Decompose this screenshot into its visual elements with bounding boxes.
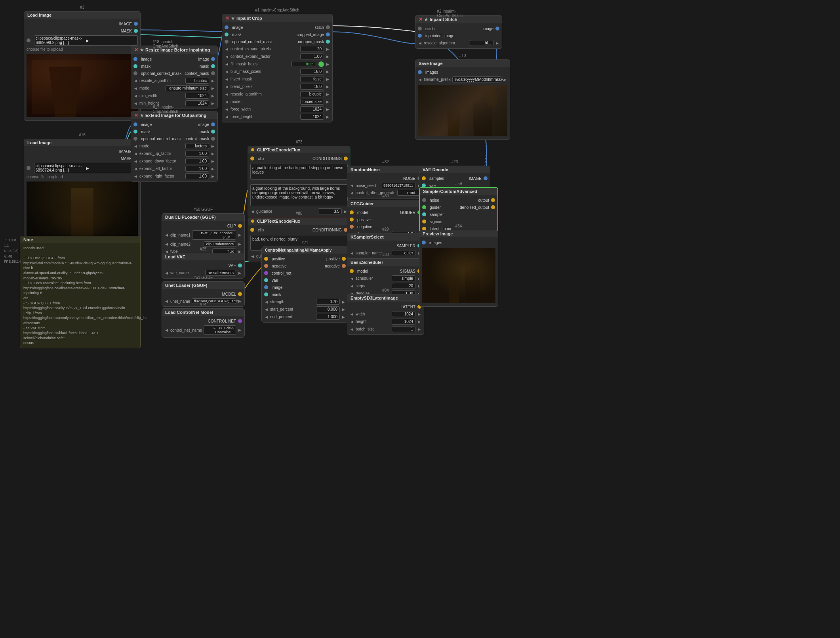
port-ctx-in[interactable]: [225, 40, 229, 44]
port-controlnet-out[interactable]: [238, 319, 242, 323]
port-cropped-img-out[interactable]: [326, 32, 330, 36]
note-node: Note Models used: - Flux Dev Q5 GGUF fro…: [20, 236, 141, 348]
x-icon: ✕: [134, 47, 138, 53]
port-image-out[interactable]: [134, 22, 138, 26]
port-mask-in[interactable]: [225, 32, 229, 36]
image-input[interactable]: clipspace/clipspace-mask-6898724.4.png […: [34, 163, 138, 173]
port-positive-in[interactable]: [264, 257, 268, 261]
port-mask-in[interactable]: [264, 292, 268, 296]
port-image-in[interactable]: [133, 122, 137, 126]
port-model-in[interactable]: [350, 269, 354, 273]
port-mask-out[interactable]: [211, 64, 215, 68]
port-negative-out[interactable]: [342, 264, 346, 268]
arr-l[interactable]: ◀: [133, 167, 138, 171]
port-model-in[interactable]: [350, 210, 354, 214]
arr-r[interactable]: ▶: [211, 159, 215, 163]
port-clip-in[interactable]: [250, 228, 254, 232]
port-negative-in[interactable]: [350, 225, 354, 229]
dot-icon: [251, 220, 254, 223]
positive-prompt-text2[interactable]: a goat looking at the background, with l…: [250, 184, 348, 206]
port-ctx-out[interactable]: [211, 71, 215, 75]
port-cropped-mask-out[interactable]: [326, 40, 330, 44]
port-mask-out[interactable]: [134, 29, 138, 33]
arrow-right[interactable]: ▶: [85, 166, 136, 170]
port-mask-in[interactable]: [133, 64, 137, 68]
arr-l[interactable]: ◀: [133, 174, 138, 178]
arr-l[interactable]: ◀: [133, 94, 138, 98]
port-inpainted-in[interactable]: [418, 34, 422, 38]
port-samples-in[interactable]: [422, 176, 426, 180]
port-vae-out[interactable]: [238, 264, 242, 267]
port-mask-in[interactable]: [133, 130, 137, 134]
node-body: image stitch mask cropped_image optional…: [222, 22, 332, 122]
arr-r[interactable]: ▶: [211, 79, 215, 83]
arr-l[interactable]: ◀: [133, 159, 138, 163]
port-clip-out[interactable]: [238, 224, 242, 228]
node-body: LATENT ◀ width 1024 ▶ ◀ height 1024 ▶ ◀ …: [347, 302, 424, 334]
node-title: CLIPTextEncodeFlux: [257, 147, 300, 152]
x-icon: ✕: [419, 17, 423, 22]
node-header: DualCLIPLoader (GGUF): [162, 214, 244, 221]
node-header: Load Image: [24, 11, 140, 19]
port-model-out[interactable]: [238, 292, 242, 296]
arr-r[interactable]: ▶: [211, 167, 215, 171]
output-mask: MASK: [24, 27, 140, 34]
controlnet-apply-node: #71 ControlNetInpaintingAliMamaApply pos…: [261, 246, 349, 323]
arrow-right[interactable]: ▶: [85, 38, 136, 43]
port-ctx-in[interactable]: [133, 137, 137, 141]
port-cond-out[interactable]: [344, 157, 348, 160]
port-noise-in[interactable]: [422, 198, 426, 202]
arr-r[interactable]: ▶: [211, 94, 215, 98]
arr-r[interactable]: ▶: [211, 86, 215, 90]
port-vae-in[interactable]: [264, 278, 268, 282]
arr-l[interactable]: ◀: [133, 86, 138, 90]
port-image-in[interactable]: [264, 285, 268, 289]
arr-l[interactable]: ◀: [133, 144, 138, 148]
toggle-true[interactable]: [318, 61, 324, 67]
output-mask: MASK: [24, 155, 140, 162]
arr-r[interactable]: ▶: [211, 101, 215, 105]
arr-r[interactable]: ▶: [211, 152, 215, 156]
port-image-out[interactable]: [211, 122, 215, 126]
port-ctx-in[interactable]: [133, 71, 137, 75]
port-guider-in[interactable]: [422, 205, 426, 209]
node-header: ControlNetInpaintingAliMamaApply: [262, 247, 348, 254]
port-sampler-in[interactable]: [422, 212, 426, 216]
port-stitch-out[interactable]: [326, 25, 330, 29]
node-id: #50 GGUF: [194, 207, 213, 212]
arr-r[interactable]: ▶: [211, 144, 215, 148]
port-clip-in[interactable]: [250, 157, 254, 160]
port-images-in[interactable]: [422, 241, 426, 245]
port-image-out[interactable]: [211, 57, 215, 61]
port-ctx-out[interactable]: [211, 137, 215, 141]
arr-l[interactable]: ◀: [133, 152, 138, 156]
port-image-in[interactable]: [225, 25, 229, 29]
node-id: #10: [459, 53, 466, 58]
port-image-out[interactable]: [484, 176, 488, 180]
port-image-out[interactable]: [495, 27, 499, 31]
note-content[interactable]: Models used: - Flux Dev Q5 GGUF from htt…: [20, 243, 140, 348]
arr-l[interactable]: ◀: [133, 79, 138, 83]
node-title: CFGGuider: [350, 201, 374, 206]
port-output-out[interactable]: [491, 198, 495, 202]
port-denoised-out[interactable]: [491, 205, 495, 209]
port-sigmas-in[interactable]: [422, 220, 426, 223]
port-controlnet-in[interactable]: [264, 271, 268, 275]
port-images-in[interactable]: [418, 70, 422, 74]
port-positive-in[interactable]: [350, 218, 354, 222]
min-width-field: ◀ min_width 1024 ▶: [131, 92, 217, 99]
node-title: EmptySD3LatentImage: [350, 296, 398, 300]
port-mask-out[interactable]: [211, 130, 215, 134]
image-input[interactable]: clipspace/clipspace-mask-6889098.2.png […: [34, 35, 138, 46]
node-id: #51 GGUF: [194, 275, 213, 280]
choose-file-row: choose file to upload: [24, 174, 140, 180]
positive-prompt-text[interactable]: a goat looking at the background steppin…: [250, 164, 348, 180]
port-stitch-in[interactable]: [418, 27, 422, 31]
arr-r[interactable]: ▶: [211, 174, 215, 178]
arr-l[interactable]: ◀: [133, 101, 138, 105]
port-negative-in[interactable]: [264, 264, 268, 268]
node-title: Load VAE: [165, 254, 185, 259]
port-image-in[interactable]: [133, 57, 137, 61]
node-body: IMAGE MASK clipspace/clipspace-mask-6898…: [24, 146, 140, 248]
port-positive-out[interactable]: [342, 257, 346, 261]
